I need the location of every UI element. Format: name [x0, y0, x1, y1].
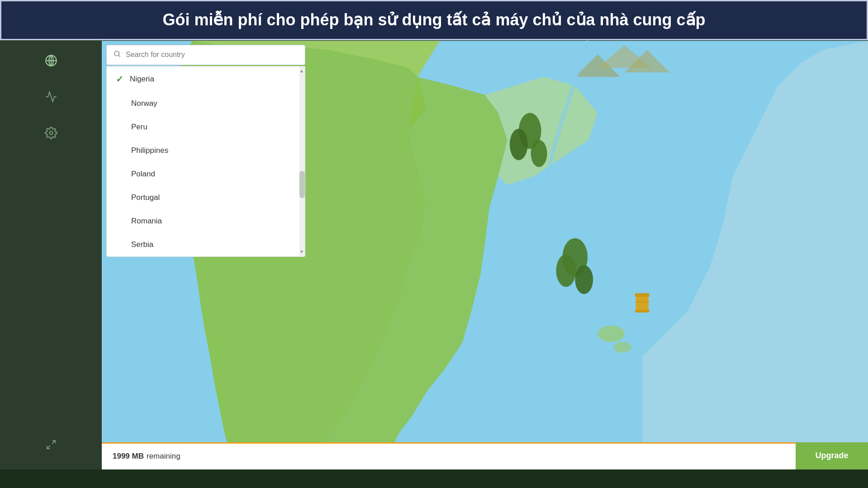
- country-name: Peru: [116, 123, 147, 132]
- scrollbar-track[interactable]: ▲ ▼: [299, 66, 305, 256]
- svg-point-4: [49, 131, 52, 134]
- banner: Gói miễn phí cho phép bạn sử dụng tất cả…: [0, 0, 868, 40]
- country-name: Serbia: [116, 240, 153, 249]
- country-item-peru[interactable]: Peru: [107, 115, 305, 139]
- country-item-serbia[interactable]: Serbia: [107, 233, 305, 256]
- country-list: ✓ Nigeria Norway Peru Philippines Poland…: [106, 66, 305, 257]
- search-box[interactable]: [106, 45, 305, 65]
- svg-rect-15: [635, 293, 650, 297]
- main-layout: ✓ Nigeria Norway Peru Philippines Poland…: [0, 40, 868, 469]
- country-item-nigeria[interactable]: ✓ Nigeria: [107, 66, 305, 92]
- svg-line-5: [52, 441, 55, 444]
- svg-point-19: [613, 342, 631, 353]
- svg-point-10: [510, 128, 528, 160]
- svg-point-13: [556, 254, 576, 287]
- mb-remaining-text: remaining: [147, 452, 180, 461]
- country-name: Portugal: [116, 193, 160, 202]
- svg-rect-16: [635, 310, 650, 313]
- scroll-up-arrow[interactable]: ▲: [299, 67, 304, 75]
- checkmark-icon: ✓: [116, 74, 123, 85]
- country-item-poland[interactable]: Poland: [107, 162, 305, 186]
- svg-point-12: [575, 265, 593, 294]
- country-dropdown: ✓ Nigeria Norway Peru Philippines Poland…: [106, 45, 305, 257]
- country-name: Nigeria: [130, 75, 154, 84]
- upgrade-button[interactable]: Upgrade: [796, 442, 868, 469]
- country-name: Norway: [116, 99, 157, 108]
- svg-point-9: [531, 140, 547, 167]
- mb-remaining-bold: 1999 MB: [113, 452, 144, 461]
- country-item-portugal[interactable]: Portugal: [107, 186, 305, 209]
- sidebar-icon-signal[interactable]: [40, 85, 62, 108]
- status-bar: 1999 MB remaining Upgrade: [102, 442, 868, 469]
- country-name: Romania: [116, 217, 162, 226]
- svg-rect-14: [636, 295, 649, 312]
- banner-text: Gói miễn phí cho phép bạn sử dụng tất cả…: [19, 9, 849, 31]
- sidebar-icon-collapse[interactable]: [40, 433, 62, 456]
- svg-point-18: [598, 326, 625, 342]
- svg-point-20: [114, 51, 119, 56]
- svg-rect-17: [635, 301, 650, 303]
- sidebar: [0, 40, 102, 469]
- mb-remaining-bar: 1999 MB remaining: [102, 442, 796, 469]
- country-item-norway[interactable]: Norway: [107, 92, 305, 115]
- country-item-philippines[interactable]: Philippines: [107, 139, 305, 162]
- scroll-down-arrow[interactable]: ▼: [299, 248, 304, 256]
- country-name: Poland: [116, 170, 155, 179]
- scrollbar-thumb[interactable]: [299, 171, 305, 198]
- search-input[interactable]: [126, 51, 299, 59]
- sidebar-icon-globe[interactable]: [40, 49, 62, 72]
- country-item-romania[interactable]: Romania: [107, 209, 305, 233]
- svg-line-21: [119, 55, 120, 57]
- svg-line-6: [47, 445, 50, 449]
- country-name: Philippines: [116, 146, 168, 155]
- map-area: ✓ Nigeria Norway Peru Philippines Poland…: [102, 40, 868, 469]
- search-icon: [113, 50, 121, 60]
- sidebar-icon-settings[interactable]: [40, 122, 62, 144]
